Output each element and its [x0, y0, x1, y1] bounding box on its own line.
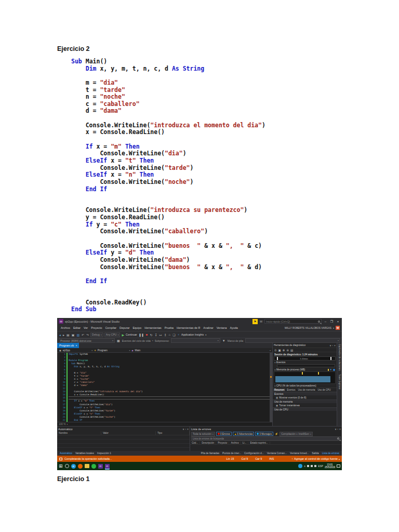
breadcrumb-method[interactable]: ▾ ◆ Main — [129, 349, 140, 352]
error-list-grid[interactable] — [190, 445, 342, 451]
undo-icon[interactable]: ↶ — [81, 333, 85, 337]
start-button[interactable]: ⊞ — [59, 463, 63, 469]
filter-icon[interactable]: ▼ — [222, 339, 226, 342]
zoom-level[interactable]: 100 % — [59, 423, 66, 425]
pin-icon[interactable]: ▫ — [332, 344, 333, 347]
tab-program-vb[interactable]: Program.vb × — [57, 343, 79, 348]
snapshot-dot-icon[interactable] — [333, 369, 335, 371]
zoom-out-icon[interactable]: ⊖ — [286, 349, 289, 352]
build-intellisense-dropdown[interactable]: Compilación + IntelliSen▾ — [280, 432, 313, 436]
diagnostics-tab[interactable]: Eventos — [286, 389, 296, 391]
save-icon[interactable]: ▥ — [76, 333, 80, 337]
column-header[interactable]: Descripción — [200, 442, 216, 444]
errors-filter-button[interactable]: 0 Errores — [216, 432, 232, 436]
file-explorer-icon[interactable] — [85, 464, 89, 468]
code-editor[interactable]: 12345678910111213141516171819202122 Impo… — [57, 353, 272, 422]
step-over-icon[interactable]: ↦ — [159, 333, 163, 337]
send-feedback-icon[interactable]: ✉ — [259, 320, 263, 323]
close-tab-icon[interactable]: × — [75, 344, 77, 347]
close-button[interactable]: × — [336, 320, 340, 323]
edge-icon[interactable]: e — [71, 464, 76, 469]
autos-grid[interactable] — [57, 435, 190, 451]
panel-tab[interactable]: Salida — [310, 452, 320, 455]
application-insights-button[interactable]: Application Insights — [181, 333, 204, 336]
show-hidden-icons-chevron[interactable]: ∧ — [304, 464, 306, 468]
select-tools-icon[interactable]: ▣ — [278, 349, 281, 352]
panel-tab[interactable]: Configuración d... — [243, 452, 265, 455]
application-insights-icon[interactable]: ♀ — [177, 333, 181, 336]
memory-section-header[interactable]: ◂Memoria de proceso (MB) ▼ — [273, 368, 337, 371]
stop-debugging-icon[interactable]: ■ — [145, 333, 149, 336]
close-icon[interactable]: × — [339, 428, 341, 431]
show-events-link[interactable]: ▦ Mostrar eventos (0 de 8) — [273, 395, 337, 400]
menu-item[interactable]: Compilar — [103, 326, 118, 329]
breadcrumb-class[interactable]: ▾ ❖ Program — [91, 349, 108, 352]
open-file-icon[interactable]: ▣ — [71, 333, 75, 337]
quick-launch-search-input[interactable]: Inicio rápido (Ctrl+Q) — [264, 319, 322, 324]
close-icon[interactable]: × — [334, 344, 336, 347]
intellisense-icon[interactable]: ⚡ — [274, 432, 278, 435]
visual-studio-taskbar-icon-active[interactable]: ∞ — [105, 464, 110, 469]
panel-tab[interactable]: Pila de llamadas — [200, 452, 221, 455]
take-snapshot-link[interactable]: ▣ Tomar instantánea — [273, 403, 337, 407]
tab-solution-explorer[interactable]: Explorador de soluciones — [338, 344, 341, 371]
zoom-in-icon[interactable]: ⊕ — [283, 349, 285, 352]
scope-dropdown[interactable]: Toda la solución▾ — [191, 432, 215, 436]
user-account[interactable]: WILLY ROBERTS VILLALOBOS VARGAS ▾ W — [285, 326, 340, 330]
menu-item[interactable]: Ver — [82, 326, 89, 329]
new-file-icon[interactable]: ▤ — [66, 333, 70, 337]
find-icon[interactable]: ⌂ — [168, 333, 171, 336]
messages-filter-button[interactable]: 0 Mensajes — [255, 432, 273, 436]
diagnostics-tab[interactable]: Uso de memoria — [297, 389, 316, 391]
continue-button[interactable]: Continuar — [126, 333, 137, 336]
tab-team-explorer[interactable]: Team Explorer — [338, 374, 341, 390]
window-position-icon[interactable]: ▾ — [335, 428, 337, 431]
language-indicator[interactable]: ESP — [318, 465, 323, 468]
diagnostics-tab[interactable]: Resumen — [273, 389, 285, 391]
diagnostics-tab[interactable]: Uso de CPU — [317, 389, 332, 391]
subprocess-dropdown[interactable]: ▾ — [171, 338, 220, 343]
process-dropdown[interactable]: Proceso: [8084] dotnet.exe▾ — [59, 338, 115, 343]
solution-platform-dropdown[interactable]: Any CPU▾ — [104, 332, 121, 337]
error-search-input[interactable]: Lista de errores de búsqueda — [191, 436, 341, 441]
whatsapp-icon[interactable] — [91, 464, 96, 469]
column-header[interactable]: Proyecto — [216, 442, 229, 444]
firefox-icon[interactable] — [78, 464, 83, 469]
column-header[interactable]: Lí... — [241, 442, 249, 444]
filter-funnel-icon[interactable]: ▼ — [330, 368, 332, 371]
window-position-icon[interactable]: ▾ — [330, 344, 331, 347]
minimize-button[interactable]: – — [323, 320, 328, 323]
menu-item[interactable]: Proyecto — [89, 326, 103, 329]
breadcrumb-project[interactable]: ▣ ejr2pp — [59, 349, 70, 352]
comment-icon[interactable]: ❏ — [172, 333, 176, 337]
menu-item[interactable]: Analizar — [202, 326, 215, 329]
step-into-icon[interactable]: ↧ — [154, 333, 157, 337]
pin-icon[interactable]: ▫ — [185, 428, 186, 431]
panel-tab[interactable]: Inspección 1 — [96, 452, 113, 455]
warnings-filter-button[interactable]: ▲ 0 Advertencias — [233, 432, 255, 436]
tray-icon[interactable] — [307, 465, 309, 467]
menu-item[interactable]: Ventana — [215, 326, 229, 329]
column-header[interactable]: Archivo — [229, 442, 241, 444]
editor-scrollbar[interactable] — [270, 353, 272, 422]
panel-tab[interactable]: Automático — [58, 452, 74, 455]
visual-studio-taskbar-icon[interactable]: ∞ — [98, 464, 103, 469]
continue-play-icon[interactable]: ▶ — [121, 333, 125, 337]
panel-tab[interactable]: Lista de errores — [321, 452, 341, 455]
settings-gear-icon[interactable]: ⊙ — [274, 349, 277, 352]
menu-item[interactable]: Editar — [72, 326, 82, 329]
column-header[interactable]: Tipo — [156, 431, 190, 435]
menu-item[interactable]: Herramientas — [143, 326, 163, 329]
menu-item[interactable]: Depurar — [118, 326, 131, 329]
cpu-section-header[interactable]: ◂CPU (% de todos los procesadores) — [273, 384, 337, 388]
break-all-icon[interactable]: ❚❚ — [138, 333, 144, 337]
menu-item[interactable]: Prueba — [163, 326, 175, 329]
chevron-up-icon[interactable]: ▴ — [339, 458, 340, 460]
navigate-back-icon[interactable]: ◂ — [59, 333, 61, 337]
taskbar-clock[interactable]: 13:01 25/5/2019 — [325, 463, 335, 469]
window-position-icon[interactable]: ▾ — [183, 428, 184, 431]
panel-tab[interactable]: Ventana Coman... — [265, 452, 288, 455]
solution-configuration-dropdown[interactable]: Debug▾ — [90, 332, 103, 337]
column-header[interactable]: Nombre — [57, 431, 101, 435]
cortana-search-button[interactable] — [65, 464, 69, 468]
